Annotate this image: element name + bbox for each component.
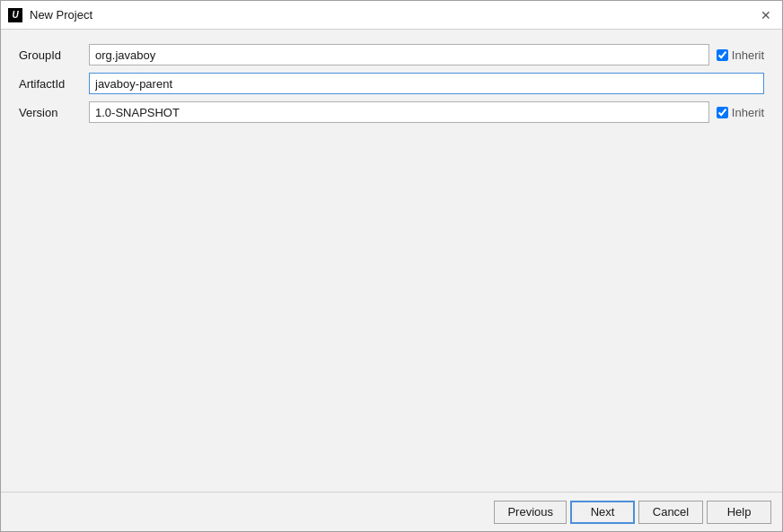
close-button[interactable]: ✕ bbox=[757, 6, 775, 24]
main-content: GroupId Inherit ArtifactId Version Inher… bbox=[1, 30, 782, 492]
form-area: GroupId Inherit ArtifactId Version Inher… bbox=[19, 44, 764, 126]
cancel-button[interactable]: Cancel bbox=[638, 501, 703, 524]
group-id-row: GroupId Inherit bbox=[19, 44, 764, 65]
help-button[interactable]: Help bbox=[707, 501, 771, 524]
group-id-inherit-checkbox[interactable] bbox=[717, 49, 728, 61]
app-icon: U bbox=[8, 8, 22, 22]
footer: Previous Next Cancel Help bbox=[1, 492, 782, 531]
window-title: New Project bbox=[30, 8, 757, 22]
title-bar: U New Project ✕ bbox=[1, 1, 782, 30]
version-label: Version bbox=[19, 106, 82, 119]
artifact-id-input[interactable] bbox=[89, 73, 764, 94]
next-button[interactable]: Next bbox=[570, 501, 635, 524]
version-input[interactable] bbox=[89, 101, 709, 123]
artifact-id-row: ArtifactId bbox=[19, 73, 764, 94]
version-inherit: Inherit bbox=[717, 106, 764, 119]
artifact-id-label: ArtifactId bbox=[19, 77, 82, 91]
app-icon-label: U bbox=[12, 10, 18, 20]
version-inherit-checkbox[interactable] bbox=[717, 107, 728, 118]
previous-button[interactable]: Previous bbox=[494, 501, 567, 524]
version-inherit-label: Inherit bbox=[732, 106, 764, 119]
group-id-inherit: Inherit bbox=[717, 48, 764, 62]
new-project-window: U New Project ✕ GroupId Inherit Artifact… bbox=[0, 0, 783, 532]
group-id-input[interactable] bbox=[89, 44, 709, 65]
group-id-inherit-label: Inherit bbox=[732, 48, 764, 62]
group-id-label: GroupId bbox=[19, 48, 82, 62]
version-row: Version Inherit bbox=[19, 101, 764, 123]
